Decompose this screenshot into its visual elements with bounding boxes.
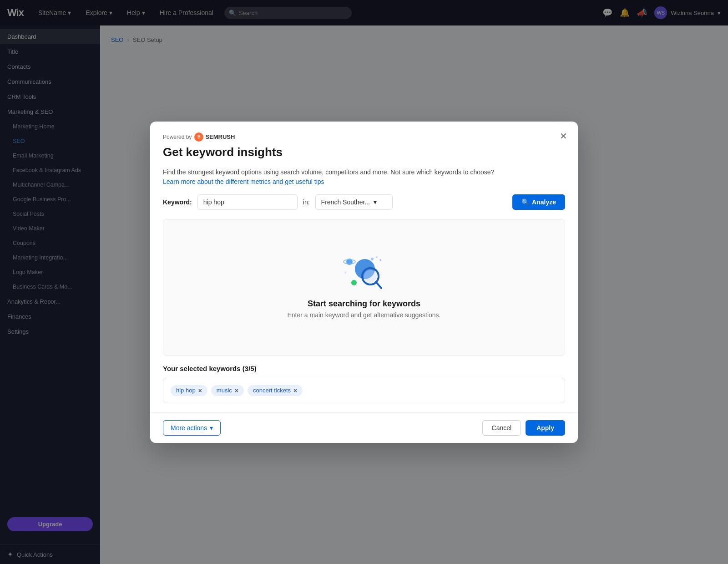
modal-description: Find the strongest keyword options using… (163, 168, 565, 176)
footer-action-buttons: Cancel Apply (482, 420, 565, 436)
modal-footer: More actions ▾ Cancel Apply (150, 412, 578, 443)
analyze-search-icon: 🔍 (521, 198, 529, 206)
svg-text:✦: ✦ (379, 258, 382, 263)
apply-button[interactable]: Apply (526, 420, 565, 436)
modal-learn-more-link[interactable]: Learn more about the different metrics a… (163, 178, 324, 185)
more-actions-chevron-icon: ▾ (210, 424, 213, 432)
semrush-icon: S (194, 132, 203, 142)
svg-point-0 (371, 258, 374, 260)
search-svg-illustration: ✦ + (341, 255, 387, 292)
more-actions-button[interactable]: More actions ▾ (163, 420, 221, 436)
keyword-tag-remove-concert-tickets[interactable]: × (293, 387, 297, 394)
region-value: French Souther... (321, 198, 370, 206)
modal-close-button[interactable]: ✕ (556, 129, 571, 143)
semrush-logo: S SEMRUSH (194, 132, 235, 142)
svg-point-6 (351, 280, 357, 285)
region-chevron-icon: ▾ (374, 198, 377, 206)
in-label: in: (303, 198, 310, 206)
keyword-search-row: Keyword: in: French Souther... ▾ 🔍 Analy… (163, 194, 565, 210)
cancel-button[interactable]: Cancel (482, 420, 521, 436)
keyword-tag-remove-music[interactable]: × (235, 387, 238, 394)
search-area-title: Start searching for keywords (308, 299, 420, 309)
svg-line-9 (376, 282, 381, 288)
analyze-button[interactable]: 🔍 Analyze (512, 194, 565, 210)
keyword-tag-label: hip hop (176, 387, 196, 394)
keyword-insights-modal: ✕ Powered by S SEMRUSH Get keyword insig… (150, 122, 578, 443)
modal-body: Find the strongest keyword options using… (150, 159, 578, 412)
selected-keywords-title: Your selected keywords (3/5) (163, 365, 565, 372)
keyword-label: Keyword: (163, 198, 192, 206)
svg-point-1 (376, 256, 378, 258)
keyword-tag-label: music (217, 387, 232, 394)
keyword-results-area: ✦ + Start searching for k (163, 219, 565, 356)
keyword-tag-music: music × (211, 385, 244, 396)
search-area-subtitle: Enter a main keyword and get alternative… (288, 311, 441, 319)
svg-point-8 (364, 270, 377, 283)
powered-by-label: Powered by S SEMRUSH (163, 132, 565, 142)
keywords-box: hip hop × music × concert tickets × (163, 378, 565, 403)
keyword-tag-concert-tickets: concert tickets × (248, 385, 303, 396)
region-dropdown[interactable]: French Souther... ▾ (315, 194, 393, 210)
keyword-tag-hip-hop: hip hop × (171, 385, 207, 396)
modal-title: Get keyword insights (163, 145, 565, 159)
svg-text:+: + (344, 270, 347, 275)
keyword-tag-remove-hip-hop[interactable]: × (198, 387, 202, 394)
selected-keywords-section: Your selected keywords (3/5) hip hop × m… (163, 365, 565, 403)
keyword-tag-label: concert tickets (253, 387, 291, 394)
keyword-input[interactable] (197, 194, 298, 210)
search-illustration: ✦ + (341, 255, 387, 292)
modal-header: ✕ Powered by S SEMRUSH Get keyword insig… (150, 122, 578, 159)
